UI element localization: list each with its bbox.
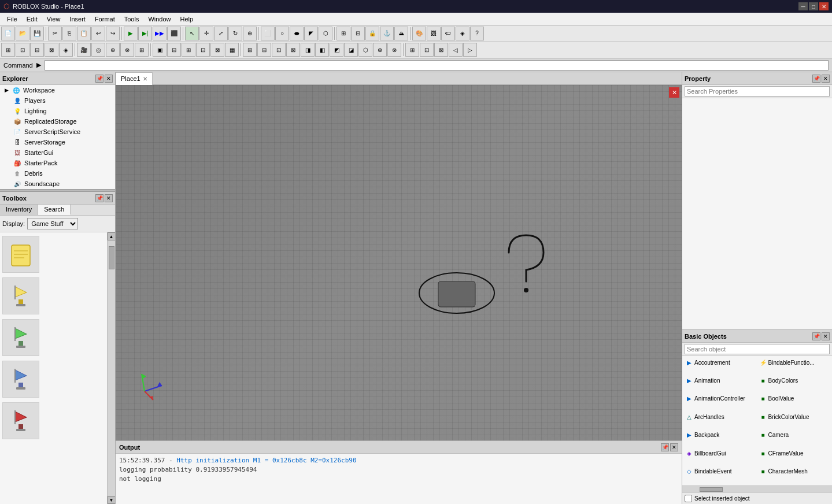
viewport-close-btn[interactable]: ✕ [669, 87, 679, 98]
explorer-pin-btn[interactable]: 📌 [95, 75, 103, 83]
viewport[interactable]: ✕ [116, 85, 682, 440]
tree-item-soundscape[interactable]: 🔊 Soundscape [0, 179, 115, 189]
insert-sphere-btn[interactable]: ○ [275, 27, 289, 40]
undo-btn[interactable]: ↩ [91, 27, 105, 40]
toolbox-item-0[interactable] [2, 236, 39, 273]
toolbox-close-btn[interactable]: ✕ [105, 194, 113, 202]
basic-obj-bindable-event[interactable]: ◇ BindableEvent [683, 466, 757, 477]
snap-btn3[interactable]: ⊟ [30, 43, 44, 57]
transform-btn[interactable]: ⊕ [243, 27, 257, 40]
tab-inventory[interactable]: Inventory [0, 205, 38, 215]
command-input[interactable] [45, 60, 829, 71]
snap-btn2[interactable]: ⊡ [16, 43, 29, 57]
basic-obj-brick-color-value[interactable]: ■ BrickColorValue [757, 412, 831, 422]
paint-btn[interactable]: 🎨 [412, 27, 426, 40]
basic-objects-hscroll[interactable] [682, 486, 832, 492]
basic-obj-bindable-function[interactable]: ⚡ BindableFunctio... [757, 357, 831, 368]
misc-btn6[interactable]: ◧ [315, 43, 329, 57]
basic-obj-animation-controller[interactable]: ▶ AnimationController [683, 394, 757, 404]
properties-close-btn[interactable]: ✕ [822, 75, 830, 83]
menu-insert[interactable]: Insert [65, 14, 90, 24]
maximize-button[interactable]: □ [809, 2, 818, 10]
toolbox-pin-btn[interactable]: 📌 [95, 194, 103, 202]
view-btn4[interactable]: ⊡ [196, 43, 210, 57]
close-button[interactable]: ✕ [819, 2, 829, 10]
basic-obj-body-colors[interactable]: ■ BodyColors [757, 375, 831, 386]
texture-btn[interactable]: 🖼 [427, 27, 441, 40]
open-btn[interactable]: 📂 [16, 27, 29, 40]
tree-item-starter-gui[interactable]: 🖼 StarterGui [0, 147, 115, 158]
misc-btn11[interactable]: ⊗ [387, 43, 401, 57]
scroll-up-btn[interactable]: ▲ [108, 232, 116, 240]
anchor-btn[interactable]: ⚓ [380, 27, 394, 40]
basic-obj-billboard-gui[interactable]: ◈ BillboardGui [683, 448, 757, 458]
explorer-close-btn[interactable]: ✕ [105, 75, 113, 83]
misc-btn3[interactable]: ⊡ [272, 43, 286, 57]
cut-btn[interactable]: ✂ [48, 27, 62, 40]
misc-btn4[interactable]: ⊠ [286, 43, 300, 57]
properties-search-input[interactable] [685, 86, 830, 97]
more-btn5[interactable]: ▷ [463, 43, 477, 57]
menu-window[interactable]: Window [143, 14, 175, 24]
terrain-btn[interactable]: ⛰ [394, 27, 408, 40]
basic-obj-bool-value[interactable]: ■ BoolValue [757, 394, 831, 404]
basic-objects-close-btn[interactable]: ✕ [822, 332, 830, 340]
more-btn2[interactable]: ⊡ [420, 43, 434, 57]
misc-btn5[interactable]: ◨ [301, 43, 315, 57]
insert-part-btn[interactable]: ⬜ [261, 27, 275, 40]
tree-item-replicated-storage[interactable]: 📦 ReplicatedStorage [0, 116, 115, 127]
basic-obj-backpack[interactable]: ▶ Backpack [683, 430, 757, 440]
insert-cylinder-btn[interactable]: ⬬ [290, 27, 304, 40]
tree-item-server-script-service[interactable]: 📄 ServerScriptService [0, 127, 115, 137]
view-btn2[interactable]: ⊟ [167, 43, 181, 57]
cam-btn5[interactable]: ⊞ [135, 43, 149, 57]
basic-obj-cframe-value[interactable]: ■ CFrameValue [757, 448, 831, 458]
run-btn[interactable]: ▶▶ [153, 27, 167, 40]
play-here-btn[interactable]: ▶| [138, 27, 152, 40]
cam-btn4[interactable]: ⊗ [120, 43, 134, 57]
snap-btn1[interactable]: ⊞ [1, 43, 15, 57]
cam-btn1[interactable]: 🎥 [77, 43, 91, 57]
scroll-thumb[interactable] [109, 246, 114, 269]
more-btn1[interactable]: ⊞ [405, 43, 419, 57]
basic-objects-pin-btn[interactable]: 📌 [812, 332, 820, 340]
minimize-button[interactable]: ─ [798, 2, 808, 10]
tree-item-starter-pack[interactable]: 🎒 StarterPack [0, 158, 115, 168]
lock-btn[interactable]: 🔒 [365, 27, 379, 40]
properties-pin-btn[interactable]: 📌 [812, 75, 820, 83]
new-btn[interactable]: 📄 [1, 27, 15, 40]
scroll-track[interactable] [108, 240, 115, 496]
toolbox-item-4[interactable] [2, 402, 39, 439]
tree-item-lighting[interactable]: 💡 Lighting [0, 106, 115, 116]
basic-objects-search-input[interactable] [685, 344, 830, 354]
menu-help[interactable]: Help [176, 14, 198, 24]
basic-obj-animation[interactable]: ▶ Animation [683, 375, 757, 386]
cam-btn2[interactable]: ◎ [91, 43, 105, 57]
misc-btn8[interactable]: ◪ [344, 43, 358, 57]
misc-btn1[interactable]: ⊞ [243, 43, 257, 57]
decal-btn[interactable]: 🏷 [441, 27, 455, 40]
title-bar-controls[interactable]: ─ □ ✕ [798, 2, 829, 10]
basic-obj-arc-handles[interactable]: △ ArcHandles [683, 412, 757, 422]
basic-obj-camera[interactable]: ■ Camera [757, 430, 831, 440]
more-btn4[interactable]: ◁ [449, 43, 463, 57]
display-select[interactable]: Game Stuff My Models My Decals Free Mode… [27, 218, 78, 229]
view-btn3[interactable]: ⊞ [182, 43, 195, 57]
group-btn[interactable]: ⊞ [337, 27, 350, 40]
hscroll-thumb[interactable] [700, 487, 723, 492]
toolbox-item-1[interactable] [2, 277, 39, 314]
misc-btn2[interactable]: ⊟ [257, 43, 271, 57]
place1-tab-close[interactable]: ✕ [143, 76, 147, 82]
stop-btn[interactable]: ⬛ [167, 27, 181, 40]
more-btn3[interactable]: ⊠ [434, 43, 448, 57]
select-inserted-checkbox[interactable] [685, 495, 692, 502]
paste-btn[interactable]: 📋 [77, 27, 91, 40]
redo-btn[interactable]: ↪ [106, 27, 120, 40]
insert-special-btn[interactable]: ⬡ [319, 27, 332, 40]
view-btn6[interactable]: ▦ [225, 43, 239, 57]
save-btn[interactable]: 💾 [30, 27, 44, 40]
help-btn[interactable]: ? [470, 27, 484, 40]
tree-item-debris[interactable]: 🗑 Debris [0, 168, 115, 179]
insert-wedge-btn[interactable]: ◤ [304, 27, 318, 40]
view-btn1[interactable]: ▣ [153, 43, 167, 57]
